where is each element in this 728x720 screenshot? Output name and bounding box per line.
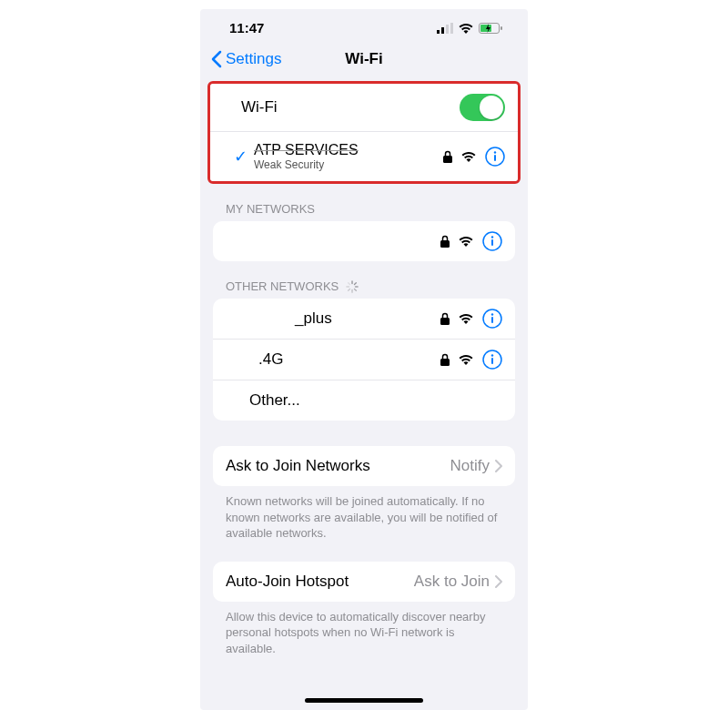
svg-point-25 [491,313,493,315]
other-label: Other... [249,391,502,410]
auto-join-value: Ask to Join [414,573,490,591]
svg-rect-14 [491,239,493,246]
svg-line-22 [349,282,350,284]
svg-rect-23 [440,318,450,325]
wifi-signal-icon [461,151,476,162]
info-icon[interactable] [485,147,505,167]
chevron-left-icon [211,50,222,68]
svg-line-16 [355,282,357,284]
lock-icon [440,312,450,325]
auto-join-label: Auto-Join Hotspot [226,573,414,591]
connected-network-subtitle: Weak Security [254,158,443,171]
svg-rect-7 [443,156,452,163]
auto-join-row[interactable]: Auto-Join Hotspot Ask to Join [213,562,515,602]
status-bar: 11:47 [200,9,528,43]
other-network-row[interactable]: _plus [213,299,515,340]
svg-point-13 [491,236,493,238]
svg-rect-27 [440,359,450,366]
back-label: Settings [226,50,281,68]
other-network-name: _plus [249,309,440,328]
wifi-signal-icon [459,313,473,324]
svg-rect-0 [437,30,440,34]
wifi-icon [459,23,473,34]
svg-rect-3 [450,23,453,34]
ask-to-join-footer: Known networks will be joined automatica… [200,486,528,545]
svg-line-20 [349,289,350,290]
my-network-row[interactable] [213,221,515,261]
wifi-toggle[interactable] [460,94,505,121]
other-networks-label: OTHER NETWORKS [226,279,339,293]
svg-rect-26 [491,317,493,323]
annotation-highlight: Wi-Fi ✓ ATP SERVICES Weak Security [207,81,521,184]
lock-icon [443,150,452,163]
status-time: 11:47 [229,20,264,35]
svg-point-9 [494,151,496,153]
my-networks-header: MY NETWORKS [200,184,528,221]
svg-rect-6 [500,26,502,30]
phone-screen: 11:47 Settings Wi-Fi Wi-Fi ✓ ATP SERVICE… [200,9,528,710]
svg-rect-30 [491,358,493,364]
battery-charging-icon [479,23,502,34]
connected-network-row[interactable]: ✓ ATP SERVICES Weak Security [210,132,518,181]
other-networks-header: OTHER NETWORKS [200,261,528,299]
home-indicator[interactable] [305,698,423,703]
back-button[interactable]: Settings [211,50,281,68]
wifi-signal-icon [459,354,473,365]
svg-line-18 [355,289,357,290]
auto-join-footer: Allow this device to automatically disco… [200,602,528,661]
lock-icon [440,353,450,366]
other-network-row[interactable]: .4G [213,340,515,380]
status-icons [437,23,502,34]
other-network-manual-row[interactable]: Other... [213,380,515,421]
page-title: Wi-Fi [345,50,382,68]
svg-point-29 [491,354,493,356]
ask-to-join-label: Ask to Join Networks [226,457,450,475]
svg-rect-2 [446,25,449,34]
spinner-icon [346,280,359,293]
chevron-right-icon [495,460,502,472]
wifi-toggle-row[interactable]: Wi-Fi [210,84,518,132]
svg-rect-10 [494,155,496,161]
info-icon[interactable] [482,231,502,251]
checkmark-icon: ✓ [234,147,248,167]
ask-to-join-row[interactable]: Ask to Join Networks Notify [213,446,515,486]
wifi-signal-icon [459,236,473,247]
ask-to-join-value: Notify [450,457,490,475]
lock-icon [440,235,450,248]
info-icon[interactable] [482,350,502,370]
cellular-icon [437,23,453,34]
chevron-right-icon [495,575,502,588]
svg-rect-1 [441,27,444,34]
connected-network-name: ATP SERVICES [254,142,443,158]
svg-rect-11 [440,240,450,248]
info-icon[interactable] [482,309,502,329]
other-network-name: .4G [249,350,440,369]
wifi-toggle-label: Wi-Fi [223,98,460,117]
nav-bar: Settings Wi-Fi [200,43,528,81]
